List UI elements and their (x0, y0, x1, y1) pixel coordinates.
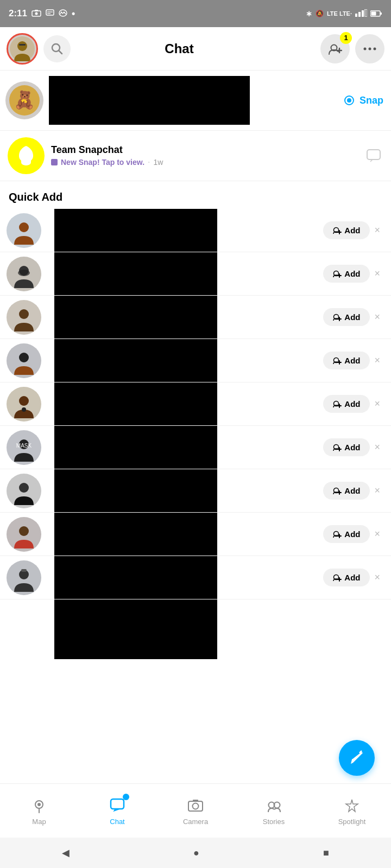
bottom-navigation: Map Chat Camera (0, 783, 391, 838)
avatar (7, 257, 41, 291)
self-avatar[interactable] (7, 33, 38, 65)
compose-fab[interactable] (339, 740, 375, 776)
svg-rect-16 (19, 44, 26, 46)
dismiss-button[interactable]: × (370, 225, 384, 236)
stories-icon (264, 796, 283, 815)
nav-item-stories[interactable]: Stories (235, 796, 313, 826)
team-snapchat-message: New Snap! Tap to view. (61, 158, 144, 167)
svg-point-42 (19, 309, 29, 319)
add-label: Add (344, 529, 360, 539)
battery-icon (370, 9, 382, 18)
scroll-content: 🧸 Snap Team Snapchat New Snap! Tap to vi… (0, 71, 391, 686)
camera-icon (186, 796, 205, 815)
list-item: Add × (0, 382, 391, 426)
msg-icon (46, 9, 54, 18)
chat-notification-dot (123, 794, 129, 800)
signal-icon (355, 9, 367, 18)
add-label: Add (344, 443, 360, 452)
add-friend-button[interactable]: 1 (320, 34, 350, 63)
messenger-icon (59, 9, 67, 18)
svg-rect-86 (193, 800, 198, 802)
page-title: Chat (38, 41, 320, 56)
avatar (7, 213, 41, 248)
nav-item-map[interactable]: Map (0, 796, 78, 826)
photo-icon (31, 9, 41, 18)
home-button[interactable]: ● (182, 843, 210, 863)
avatar (7, 474, 41, 508)
snap-button-label: Snap (360, 95, 383, 106)
svg-rect-29 (367, 150, 380, 159)
more-button[interactable] (355, 34, 384, 63)
svg-point-22 (364, 47, 367, 50)
add-button[interactable]: Add (323, 265, 370, 283)
list-item: MASK Add × (0, 426, 391, 469)
svg-text:🧸: 🧸 (14, 90, 35, 110)
status-time: 2:11 (9, 8, 27, 19)
add-button[interactable]: Add (323, 308, 370, 326)
add-label: Add (344, 356, 360, 365)
team-snapchat-row[interactable]: Team Snapchat New Snap! Tap to view. · 1… (0, 131, 391, 181)
add-label: Add (344, 573, 360, 582)
add-button[interactable]: Add (323, 221, 370, 239)
svg-rect-83 (111, 799, 124, 809)
add-button[interactable]: Add (323, 438, 370, 456)
svg-point-28 (347, 98, 351, 103)
svg-point-64 (19, 483, 29, 493)
dismiss-button[interactable]: × (370, 572, 384, 583)
svg-rect-3 (46, 10, 54, 15)
add-button[interactable]: Add (323, 352, 370, 369)
nav-item-spotlight[interactable]: Spotlight (313, 796, 391, 826)
list-item: Add × (0, 339, 391, 382)
svg-point-52 (19, 396, 29, 406)
add-label: Add (344, 312, 360, 322)
dismiss-button[interactable]: × (370, 442, 384, 453)
list-item: Add × (0, 209, 391, 252)
svg-point-82 (37, 803, 41, 806)
status-bar: 2:11 • ∗ 🔕 LTE LTE· (0, 0, 391, 27)
avatar (7, 343, 41, 378)
team-snapchat-info: Team Snapchat New Snap! Tap to view. · 1… (51, 144, 364, 167)
svg-point-15 (17, 41, 27, 51)
add-button[interactable]: Add (323, 569, 370, 586)
add-label: Add (344, 399, 360, 409)
snap-button[interactable]: Snap (343, 94, 383, 106)
svg-point-85 (193, 803, 199, 809)
svg-point-69 (19, 526, 29, 536)
svg-text:MASK: MASK (16, 443, 32, 449)
avatar: MASK (7, 430, 41, 465)
back-button[interactable]: ◀ (51, 843, 80, 863)
svg-point-31 (19, 222, 29, 232)
bluetooth-icon: ∗ (306, 9, 312, 18)
dismiss-button[interactable]: × (370, 485, 384, 496)
chat-bubble-icon (364, 146, 383, 165)
quick-add-title: Quick Add (9, 191, 62, 203)
team-snapchat-name: Team Snapchat (51, 144, 364, 156)
avatar (7, 387, 41, 422)
snap-preview-row[interactable]: 🧸 Snap (0, 71, 391, 131)
nav-item-camera[interactable]: Camera (156, 796, 235, 826)
nav-item-chat[interactable]: Chat (78, 796, 156, 826)
dismiss-button[interactable]: × (370, 268, 384, 279)
team-snapchat-sub: New Snap! Tap to view. · 1w (51, 157, 364, 167)
dismiss-button[interactable]: × (370, 311, 384, 323)
list-item: Add × (0, 469, 391, 513)
dismiss-button[interactable]: × (370, 355, 384, 366)
nav-label-spotlight: Spotlight (338, 818, 366, 826)
avatar (7, 300, 41, 335)
dismiss-button[interactable]: × (370, 398, 384, 410)
add-button[interactable]: Add (323, 395, 370, 413)
spotlight-icon (342, 796, 362, 815)
svg-point-47 (19, 353, 29, 362)
add-button[interactable]: Add (323, 482, 370, 500)
svg-rect-10 (365, 9, 367, 17)
recents-button[interactable]: ■ (312, 843, 340, 863)
nav-label-stories: Stories (263, 818, 285, 826)
chat-icon (108, 796, 127, 815)
status-left: 2:11 • (9, 8, 75, 20)
team-snapchat-avatar (8, 137, 45, 174)
add-button[interactable]: Add (323, 525, 370, 543)
notification-badge: 1 (340, 32, 352, 44)
map-icon (29, 796, 49, 815)
dismiss-button[interactable]: × (370, 528, 384, 540)
svg-rect-7 (355, 14, 357, 17)
